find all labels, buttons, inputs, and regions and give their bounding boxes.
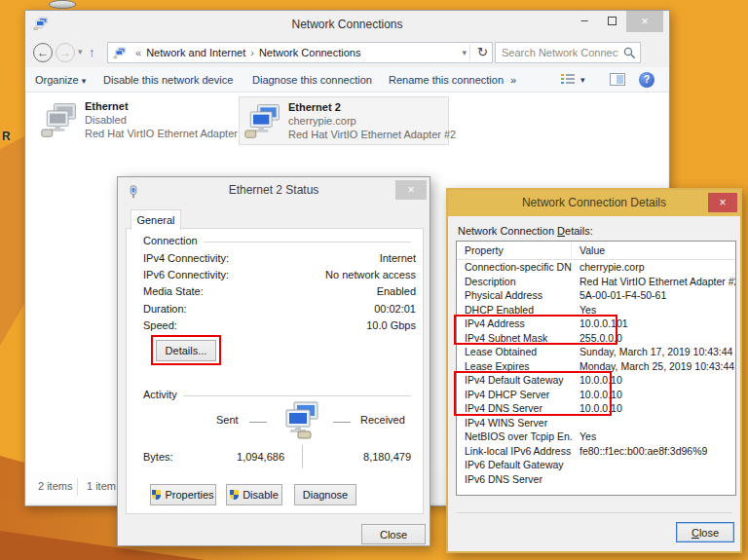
connection-group-header: Connection bbox=[143, 235, 411, 246]
navigation-bar: ← → ▾ ↑ «Network and Internet›Network Co… bbox=[25, 38, 669, 67]
annotation-box-ipv4-servers bbox=[454, 371, 612, 416]
ethernet-2-status-dialog: Ethernet 2 Status × General Connection I… bbox=[117, 176, 430, 546]
table-row[interactable]: NetBIOS over Tcpip En...Yes bbox=[457, 429, 735, 444]
toolbar-overflow-chevron[interactable]: » bbox=[510, 67, 516, 93]
back-button[interactable]: ← bbox=[33, 43, 53, 62]
properties-button[interactable]: Properties bbox=[150, 484, 216, 505]
row-value: 00:02:01 bbox=[374, 301, 416, 317]
adapter-tile-ethernet[interactable]: Ethernet Disabled Red Hat VirtIO Etherne… bbox=[36, 96, 233, 145]
up-button[interactable]: ↑ bbox=[89, 45, 95, 59]
history-dropdown-icon[interactable]: ▾ bbox=[78, 47, 83, 56]
adapter-name: Ethernet 2 bbox=[288, 100, 456, 114]
title-bar[interactable]: Network Connections – × bbox=[25, 11, 669, 38]
item-count: 2 items bbox=[38, 480, 72, 492]
table-row[interactable]: Link-local IPv6 Addressfe80::f1ec:b00:ae… bbox=[457, 444, 735, 459]
adapter-tile-ethernet-2[interactable]: Ethernet 2 cherrypie.corp Red Hat VirtIO… bbox=[239, 96, 449, 145]
command-toolbar: Organize ▾ Disable this network device D… bbox=[25, 67, 669, 93]
status-row: IPv6 Connectivity:No network access bbox=[143, 267, 416, 283]
breadcrumb-network-and-internet[interactable]: Network and Internet bbox=[146, 47, 245, 58]
view-options-icon[interactable] bbox=[561, 74, 575, 86]
search-box[interactable] bbox=[495, 42, 641, 63]
minimize-button[interactable]: – bbox=[572, 11, 597, 32]
activity-group-header: Activity bbox=[143, 389, 411, 400]
label-prefix: Network Connection bbox=[458, 225, 557, 237]
address-bar[interactable]: «Network and Internet›Network Connection… bbox=[107, 42, 493, 63]
desktop-icon-label[interactable]: R bbox=[2, 130, 11, 143]
annotation-box-details bbox=[151, 335, 221, 365]
received-bytes-value: 8,180,479 bbox=[321, 451, 411, 463]
network-adapter-icon bbox=[243, 102, 282, 141]
property-cell: Link-local IPv6 Address bbox=[457, 444, 572, 459]
divider bbox=[469, 45, 470, 60]
close-icon[interactable]: × bbox=[395, 180, 427, 200]
rename-connection-command[interactable]: Rename this connection bbox=[389, 67, 504, 93]
divider bbox=[302, 445, 303, 468]
breadcrumb-network-connections[interactable]: Network Connections bbox=[259, 47, 361, 58]
table-row[interactable]: Lease ObtainedSunday, March 17, 2019 10:… bbox=[457, 345, 735, 359]
general-tab-panel: Connection IPv4 Connectivity:Internet IP… bbox=[126, 228, 424, 514]
property-cell: IPv4 WINS Server bbox=[457, 416, 572, 430]
disable-device-command[interactable]: Disable this network device bbox=[103, 67, 233, 93]
properties-label: Properties bbox=[165, 489, 213, 501]
organize-menu[interactable]: Organize ▾ bbox=[35, 67, 86, 93]
close-button[interactable]: × bbox=[626, 11, 663, 32]
connection-group-label: Connection bbox=[143, 235, 204, 246]
close-icon[interactable]: × bbox=[708, 193, 737, 212]
dash-line bbox=[333, 422, 351, 423]
maximize-button[interactable] bbox=[599, 11, 624, 32]
table-row[interactable]: Connection-specific DN...cherrypie.corp bbox=[457, 260, 735, 275]
row-label: Media State: bbox=[143, 283, 204, 300]
value-cell bbox=[572, 458, 735, 472]
bytes-label: Bytes: bbox=[143, 451, 173, 463]
table-row[interactable]: DescriptionRed Hat VirtIO Ethernet Adapt… bbox=[457, 275, 735, 289]
adapter-status: Disabled bbox=[85, 113, 238, 127]
dialog-title-bar[interactable]: Network Connection Details × bbox=[448, 190, 740, 216]
adapter-device: Red Hat VirtIO Ethernet Adapter #2 bbox=[288, 128, 456, 141]
diagnose-button[interactable]: Diagnose bbox=[294, 484, 356, 505]
refresh-icon[interactable]: ↻ bbox=[477, 43, 488, 62]
status-row: IPv4 Connectivity:Internet bbox=[143, 250, 416, 267]
breadcrumb-separator-icon: › bbox=[245, 47, 259, 58]
divider bbox=[456, 512, 732, 513]
search-input[interactable] bbox=[496, 43, 618, 62]
close-accesskey: C bbox=[692, 527, 699, 539]
dialog-title: Ethernet 2 Status bbox=[229, 183, 319, 197]
table-row[interactable]: IPv4 WINS Server bbox=[457, 416, 735, 430]
table-row[interactable]: Physical Address5A-00-01-F4-50-61 bbox=[457, 288, 735, 303]
value-column-header[interactable]: Value bbox=[572, 242, 735, 259]
row-value: Enabled bbox=[377, 283, 416, 300]
adapter-device: Red Hat VirtIO Ethernet Adapter bbox=[85, 127, 238, 140]
status-row: Duration:00:02:01 bbox=[143, 301, 416, 317]
disable-button[interactable]: Disable bbox=[226, 484, 282, 505]
forward-button[interactable]: → bbox=[56, 43, 75, 62]
adapter-status: cherrypie.corp bbox=[288, 114, 456, 128]
tab-general[interactable]: General bbox=[131, 209, 181, 230]
maximize-icon bbox=[608, 17, 617, 25]
address-dropdown-icon[interactable]: ▾ bbox=[462, 43, 467, 62]
property-cell: NetBIOS over Tcpip En... bbox=[457, 429, 572, 444]
received-label: Received bbox=[360, 414, 405, 426]
dialog-title-bar[interactable]: Ethernet 2 Status × bbox=[118, 177, 430, 204]
network-connection-details-dialog: Network Connection Details × Network Con… bbox=[446, 188, 742, 553]
value-cell bbox=[572, 416, 735, 430]
recycle-bin-icon[interactable] bbox=[49, 0, 76, 9]
diagnose-connection-command[interactable]: Diagnose this connection bbox=[252, 67, 372, 93]
value-cell: 5A-00-01-F4-50-61 bbox=[572, 288, 735, 303]
close-button[interactable]: Close bbox=[676, 522, 734, 542]
view-options-dropdown-icon[interactable]: ▾ bbox=[580, 67, 585, 93]
property-cell: Physical Address bbox=[457, 288, 572, 303]
uac-shield-icon bbox=[230, 490, 239, 500]
label-suffix: etails: bbox=[565, 225, 593, 237]
close-button[interactable]: Close bbox=[361, 524, 426, 544]
status-row: Speed:10.0 Gbps bbox=[143, 317, 416, 334]
table-row[interactable]: IPv6 Default Gateway bbox=[457, 458, 735, 472]
breadcrumb-ellipsis-chevron[interactable]: « bbox=[131, 47, 146, 58]
property-cell: Description bbox=[457, 275, 572, 289]
dash-line bbox=[249, 422, 267, 423]
dialog-title: Network Connection Details bbox=[522, 196, 666, 209]
help-icon[interactable]: ? bbox=[639, 72, 654, 88]
table-row[interactable]: IPv6 DNS Server bbox=[457, 472, 735, 487]
preview-pane-icon[interactable] bbox=[610, 73, 625, 86]
property-column-header[interactable]: Property bbox=[457, 242, 572, 259]
connection-rows: IPv4 Connectivity:Internet IPv6 Connecti… bbox=[143, 250, 416, 334]
